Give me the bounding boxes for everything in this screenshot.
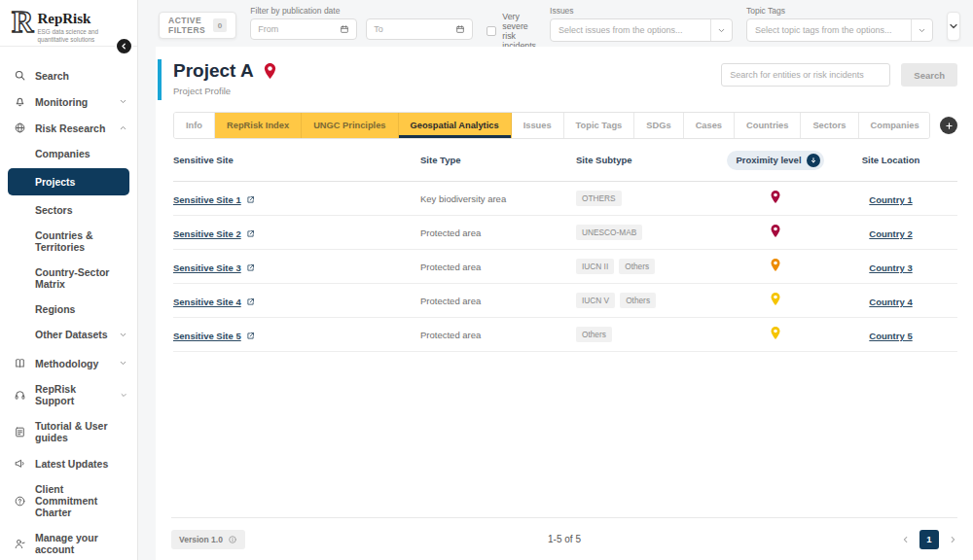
add-tab-button[interactable]: [940, 117, 957, 134]
subtype-tag: IUCN V: [576, 293, 615, 308]
sidebar-item-sectors[interactable]: Sectors: [0, 197, 137, 223]
publication-date-filter: Filter by publication date: [250, 6, 473, 40]
subtype-tag: Others: [619, 259, 655, 274]
previous-page-button[interactable]: [901, 535, 911, 544]
chevron-down-icon: [119, 359, 127, 368]
chevron-left-icon: [120, 42, 128, 51]
sidebar-item-companies[interactable]: Companies: [0, 141, 137, 166]
brand-logo: R RepRisk ESG data science and quantitat…: [0, 0, 137, 47]
topic-tags-filter: Topic Tags Select topic tags from the op…: [746, 6, 933, 42]
sensitive-site-link[interactable]: Sensitive Site 1: [173, 194, 255, 205]
date-to-field[interactable]: [366, 18, 473, 40]
sidebar-item-risk-research[interactable]: Risk Research: [0, 115, 137, 141]
sidebar-item-projects[interactable]: Projects: [8, 168, 129, 195]
search-button[interactable]: Search: [901, 63, 957, 87]
subtype-tag: UNESCO-MAB: [576, 225, 642, 240]
checkbox-icon[interactable]: [486, 26, 496, 36]
date-from-field[interactable]: [250, 18, 357, 40]
sensitive-site-link[interactable]: Sensitive Site 5: [173, 331, 255, 341]
sidebar-item-other-datasets[interactable]: Other Datasets: [0, 322, 137, 347]
sidebar-item-monitoring[interactable]: Monitoring: [0, 88, 137, 115]
country-link[interactable]: Country 1: [869, 194, 912, 205]
calendar-icon: [455, 24, 465, 34]
tab-cases[interactable]: Cases: [684, 113, 735, 138]
accent-bar: [158, 59, 162, 100]
sidebar-item-label: Projects: [35, 176, 75, 188]
checkbox-label: Very severe risk incidents: [502, 12, 536, 51]
sidebar-item-client-commitment-charter[interactable]: Client Commitment Charter: [0, 476, 137, 525]
chevron-down-icon: [710, 19, 732, 41]
sidebar-collapse-button[interactable]: [115, 37, 133, 55]
sidebar-item-reprisk-support[interactable]: RepRisk Support: [0, 376, 137, 413]
date-to-input[interactable]: [374, 24, 450, 34]
active-filters-button[interactable]: ACTIVE FILTERS 0: [159, 12, 236, 39]
sidebar-item-label: Regions: [35, 303, 75, 315]
tab-sectors[interactable]: Sectors: [801, 113, 858, 138]
table-header: Sensitive Site Site Type Site Subtype Pr…: [173, 139, 957, 182]
site-link-label: Sensitive Site 2: [173, 228, 241, 239]
proximity-pin-icon: [770, 224, 781, 238]
sidebar-item-countries-territories[interactable]: Countries & Territories: [0, 223, 137, 260]
active-filters-count-badge: 0: [213, 18, 227, 32]
tab-issues[interactable]: Issues: [512, 113, 564, 138]
tab-sdgs[interactable]: SDGs: [634, 113, 683, 138]
page-number-button[interactable]: 1: [919, 530, 939, 549]
calendar-icon: [340, 24, 349, 34]
site-type-value: Key biodiversity area: [420, 193, 576, 204]
proximity-pin-icon: [770, 326, 781, 340]
chevron-down-icon: [119, 331, 127, 339]
profile-tabs: Info RepRisk Index UNGC Principles Geosp…: [173, 112, 930, 139]
tab-geospatial-analytics[interactable]: Geospatial Analytics: [399, 113, 512, 138]
page-title: Project A: [173, 60, 254, 82]
sidebar-item-label: Risk Research: [35, 122, 105, 134]
location-pin-icon: [263, 62, 277, 80]
publication-date-label: Filter by publication date: [250, 6, 473, 16]
sidebar-item-country-sector-matrix[interactable]: Country-Sector Matrix: [0, 260, 137, 297]
site-subtype-tags: UNESCO-MAB: [576, 225, 727, 240]
column-header-sensitive-site: Sensitive Site: [173, 155, 420, 165]
external-link-icon: [246, 298, 255, 306]
sensitive-site-link[interactable]: Sensitive Site 3: [173, 262, 255, 273]
sidebar-item-manage-account[interactable]: Manage your account: [0, 525, 137, 560]
site-type-value: Protected area: [420, 330, 576, 340]
country-link[interactable]: Country 3: [869, 262, 912, 273]
sidebar-item-latest-updates[interactable]: Latest Updates: [0, 450, 137, 476]
reprisk-logo-icon: R: [12, 8, 33, 37]
pagination-range: 1-5 of 5: [171, 534, 957, 544]
country-link[interactable]: Country 4: [869, 297, 912, 307]
sidebar-item-tutorial-guides[interactable]: Tutorial & User guides: [0, 413, 137, 450]
sensitive-site-link[interactable]: Sensitive Site 2: [173, 228, 255, 239]
project-header: Project A Project Profile Search: [156, 47, 973, 96]
table-row: Sensitive Site 1 Key biodiversity area O…: [173, 182, 957, 216]
date-from-input[interactable]: [258, 24, 334, 34]
sensitive-sites-table: Sensitive Site Site Type Site Subtype Pr…: [173, 139, 957, 352]
issues-select[interactable]: Select issues from the options...: [550, 18, 733, 42]
topic-tags-select[interactable]: Select topic tags from the options...: [746, 18, 933, 42]
sensitive-site-link[interactable]: Sensitive Site 4: [173, 297, 255, 307]
sort-descending-icon[interactable]: [807, 154, 820, 167]
topic-tags-select-placeholder: Select topic tags from the options...: [747, 25, 911, 35]
sidebar-item-label: Methodology: [35, 358, 98, 369]
external-link-icon: [246, 332, 255, 340]
subtype-tag: Others: [620, 293, 656, 308]
sidebar-item-methodology[interactable]: Methodology: [0, 350, 137, 376]
checkbox-very-severe[interactable]: Very severe risk incidents: [486, 12, 536, 51]
tab-ungc-principles[interactable]: UNGC Principles: [302, 113, 398, 138]
country-link[interactable]: Country 5: [869, 331, 912, 341]
tab-reprisk-index[interactable]: RepRisk Index: [215, 113, 302, 138]
sidebar-item-label: Tutorial & User guides: [35, 420, 127, 443]
tab-topic-tags[interactable]: Topic Tags: [564, 113, 635, 138]
tab-countries[interactable]: Countries: [735, 113, 801, 138]
expand-filters-button[interactable]: [947, 12, 960, 41]
tab-companies[interactable]: Companies: [859, 113, 930, 138]
sidebar-item-label: Client Commitment Charter: [35, 483, 127, 518]
country-link[interactable]: Country 2: [869, 228, 912, 239]
tab-info[interactable]: Info: [174, 113, 215, 138]
sidebar-item-search[interactable]: Search: [0, 62, 137, 88]
column-header-proximity-level[interactable]: Proximity level: [727, 151, 823, 170]
next-page-button[interactable]: [948, 535, 957, 544]
entity-search-input[interactable]: [721, 63, 890, 87]
sidebar-item-regions[interactable]: Regions: [0, 297, 137, 322]
search-icon: [14, 69, 26, 82]
globe-icon: [14, 122, 26, 134]
